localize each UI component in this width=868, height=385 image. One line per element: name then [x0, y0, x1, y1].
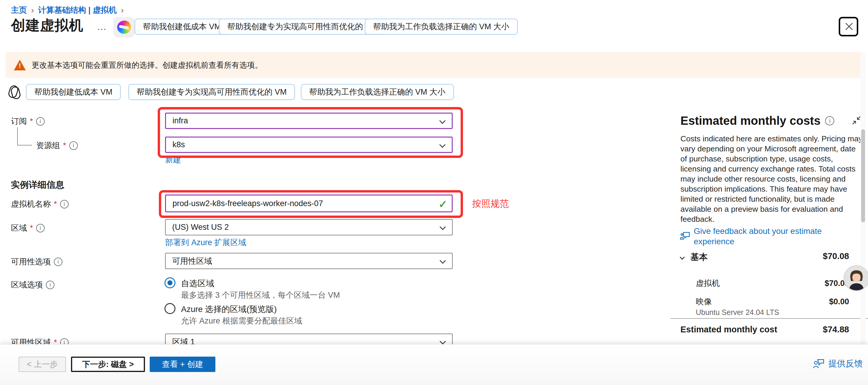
info-icon[interactable]: i [36, 224, 45, 232]
warning-icon: ! [14, 60, 26, 70]
cost-total-amount: $74.88 [823, 325, 849, 334]
breadcrumb-link-home[interactable]: 主页 [11, 5, 27, 15]
chevron-down-icon [440, 338, 446, 345]
chevron-down-icon [440, 258, 446, 264]
vm-name-input[interactable] [165, 195, 453, 212]
estimate-feedback-link[interactable]: Give feedback about your estimate experi… [694, 226, 862, 247]
radio-self-selected-zones-label[interactable]: 自选区域 [181, 278, 214, 289]
cost-group-row[interactable]: 基本 $70.08 [680, 251, 849, 263]
info-icon[interactable]: i [825, 116, 834, 125]
create-vm-page: 主页 › 计算基础结构 | 虚拟机 › 创建虚拟机 … 帮助我创建低成本 VM … [0, 0, 868, 385]
more-options-button[interactable]: … [97, 21, 107, 32]
cost-item-row: 映像 $0.00 [696, 296, 849, 307]
suggestion-right-size-button-2[interactable]: 帮助我为工作负载选择正确的 VM 大小 [301, 84, 454, 100]
breadcrumb-link-compute-vm[interactable]: 计算基础结构 | 虚拟机 [38, 5, 117, 15]
chevron-down-icon [680, 255, 685, 260]
radio-azure-selected-zones[interactable] [164, 303, 176, 314]
review-create-button[interactable]: 查看 + 创建 [150, 357, 215, 372]
copilot-outline-icon[interactable] [8, 85, 21, 101]
availability-options-label: 可用性选项 i [11, 256, 62, 267]
valid-check-icon: ✓ [438, 198, 447, 211]
region-dropdown[interactable]: (US) West US 2 [165, 219, 453, 235]
feedback-bubbles-icon [679, 230, 691, 243]
breadcrumb-separator-icon: › [121, 5, 124, 15]
required-asterisk: * [30, 224, 33, 233]
suggestion-low-cost-vm-button[interactable]: 帮助我创建低成本 VM [134, 19, 229, 35]
copilot-button[interactable] [113, 17, 134, 37]
subscription-dropdown[interactable]: infra [165, 113, 453, 129]
next-step-disks-button[interactable]: 下一步: 磁盘 > [71, 357, 145, 372]
instance-details-section-title: 实例详细信息 [11, 179, 64, 191]
cost-total-row: Estimated monthly cost $74.88 [680, 325, 849, 334]
chevron-down-icon [440, 224, 446, 230]
required-asterisk: * [54, 200, 57, 209]
resource-group-dropdown[interactable]: k8s [165, 137, 453, 153]
info-icon[interactable]: i [54, 258, 62, 266]
subscription-label: 订阅* i [11, 116, 45, 127]
radio-azure-selected-zones-label[interactable]: Azure 选择的区域(预览版) [181, 304, 277, 315]
cost-group-amount: $70.08 [823, 251, 849, 261]
radio-self-selected-zones-desc: 最多选择 3 个可用性区域，每个区域一台 VM [181, 290, 340, 300]
radio-self-selected-zones[interactable] [164, 277, 176, 288]
info-icon[interactable]: i [69, 141, 78, 150]
create-new-resource-group-link[interactable]: 新建 [165, 154, 181, 165]
cost-total-label: Estimated monthly cost [680, 325, 777, 334]
page-title: 创建虚拟机 [11, 16, 84, 35]
cost-item-amount: $0.00 [829, 297, 849, 306]
required-asterisk: * [30, 117, 33, 126]
cost-item-label: 虚拟机 [696, 278, 720, 289]
suggestion-right-size-button[interactable]: 帮助我为工作负载选择正确的 VM 大小 [365, 19, 518, 35]
cost-panel-divider [671, 318, 868, 319]
chevron-down-icon [439, 118, 445, 124]
availability-options-dropdown[interactable]: 可用性区域 [165, 253, 453, 269]
warning-banner-text: 更改基本选项可能会重置所做的选择。创建虚拟机前查看所有选项。 [32, 60, 262, 70]
collapse-panel-icon[interactable] [851, 115, 862, 127]
suggestion-high-availability-button-2[interactable]: 帮助我创建专为实现高可用性而优化的 VM [128, 84, 295, 100]
extended-zone-link[interactable]: 部署到 Azure 扩展区域 [165, 237, 246, 248]
region-label: 区域* i [11, 223, 45, 233]
cost-panel-title: Estimated monthly costs i [680, 114, 834, 127]
person-feedback-icon [813, 358, 824, 369]
cost-group-label: 基本 [690, 251, 708, 263]
copilot-logo-icon [115, 19, 132, 35]
suggestion-high-availability-button[interactable]: 帮助我创建专为实现高可用性而优化的 VM [219, 19, 385, 35]
previous-step-button[interactable]: < 上一步 [19, 357, 66, 372]
info-icon[interactable]: i [60, 200, 69, 208]
zone-options-label: 区域选项 i [11, 280, 55, 290]
info-icon[interactable]: i [46, 281, 55, 289]
cost-panel-description: Costs indicated here are estimates only.… [680, 134, 864, 224]
radio-azure-selected-zones-desc: 允许 Azure 根据需要分配最佳区域 [181, 316, 302, 326]
info-icon[interactable]: i [36, 117, 45, 126]
hierarchy-connector-line [17, 127, 32, 146]
annotation-text: 按照规范 [472, 197, 509, 210]
suggestion-low-cost-vm-button-2[interactable]: 帮助我创建低成本 VM [26, 84, 121, 100]
give-feedback-link[interactable]: 提供反馈 [813, 358, 863, 370]
close-button[interactable] [839, 17, 858, 36]
vm-name-label: 虚拟机名称* i [11, 199, 69, 210]
cost-item-sub-label: Ubuntu Server 24.04 LTS [696, 308, 779, 317]
chevron-down-icon [439, 142, 445, 148]
cost-item-label: 映像 [696, 296, 712, 307]
breadcrumb-separator-icon: › [31, 5, 34, 15]
breadcrumb: 主页 › 计算基础结构 | 虚拟机 › [11, 5, 124, 15]
required-asterisk: * [63, 141, 66, 150]
scrollbar-thumb[interactable] [861, 129, 865, 222]
assistant-avatar[interactable] [843, 265, 868, 291]
warning-banner: ! 更改基本选项可能会重置所做的选择。创建虚拟机前查看所有选项。 [6, 52, 863, 78]
cost-item-row: 虚拟机 $70.08 [696, 278, 849, 289]
resource-group-label: 资源组* i [36, 140, 78, 151]
